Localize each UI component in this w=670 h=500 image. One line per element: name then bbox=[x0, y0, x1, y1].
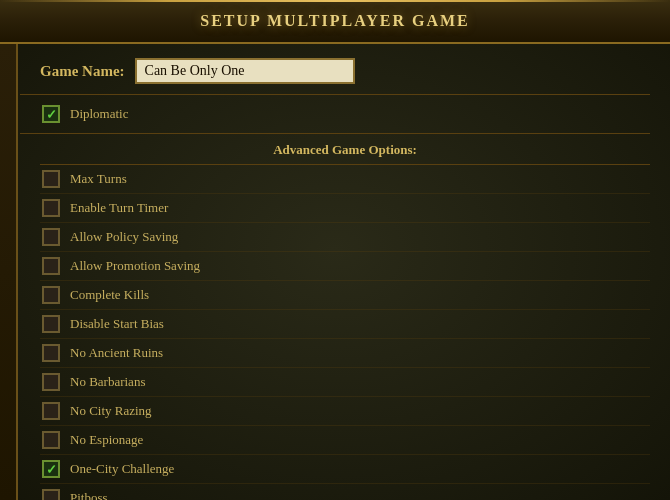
checkbox-pitboss[interactable] bbox=[40, 487, 62, 500]
option-label-complete-kills: Complete Kills bbox=[70, 287, 149, 303]
option-row-no-city-razing[interactable]: No City Razing bbox=[40, 397, 650, 426]
option-row-no-barbarians[interactable]: No Barbarians bbox=[40, 368, 650, 397]
option-row-enable-turn-timer[interactable]: Enable Turn Timer bbox=[40, 194, 650, 223]
checkbox-unchecked-allow-promotion-saving bbox=[42, 257, 60, 275]
checkbox-one-city-challenge[interactable] bbox=[40, 458, 62, 480]
checkbox-unchecked-allow-policy-saving bbox=[42, 228, 60, 246]
option-row-no-ancient-ruins[interactable]: No Ancient Ruins bbox=[40, 339, 650, 368]
option-label-allow-promotion-saving: Allow Promotion Saving bbox=[70, 258, 200, 274]
option-row-one-city-challenge[interactable]: One-City Challenge bbox=[40, 455, 650, 484]
option-row-complete-kills[interactable]: Complete Kills bbox=[40, 281, 650, 310]
game-name-row: Game Name: bbox=[20, 44, 650, 95]
checkbox-unchecked-enable-turn-timer bbox=[42, 199, 60, 217]
advanced-options-header: Advanced Game Options: bbox=[40, 134, 650, 165]
checkbox-unchecked-no-city-razing bbox=[42, 402, 60, 420]
option-label-allow-policy-saving: Allow Policy Saving bbox=[70, 229, 178, 245]
checkbox-enable-turn-timer[interactable] bbox=[40, 197, 62, 219]
option-row-no-espionage[interactable]: No Espionage bbox=[40, 426, 650, 455]
diplomatic-row[interactable]: Diplomatic bbox=[20, 95, 650, 134]
checkbox-allow-policy-saving[interactable] bbox=[40, 226, 62, 248]
checkbox-allow-promotion-saving[interactable] bbox=[40, 255, 62, 277]
main-content: Game Name: Diplomatic Advanced Game Opti… bbox=[0, 44, 670, 500]
checkbox-unchecked-pitboss bbox=[42, 489, 60, 500]
checkbox-unchecked-no-barbarians bbox=[42, 373, 60, 391]
checkbox-unchecked-no-espionage bbox=[42, 431, 60, 449]
checkbox-unchecked-disable-start-bias bbox=[42, 315, 60, 333]
option-label-max-turns: Max Turns bbox=[70, 171, 127, 187]
title-bar: SETUP MULTIPLAYER GAME bbox=[0, 0, 670, 44]
diplomatic-checkbox-checked bbox=[42, 105, 60, 123]
game-name-label: Game Name: bbox=[40, 63, 125, 80]
checkbox-unchecked-no-ancient-ruins bbox=[42, 344, 60, 362]
option-label-one-city-challenge: One-City Challenge bbox=[70, 461, 174, 477]
option-row-disable-start-bias[interactable]: Disable Start Bias bbox=[40, 310, 650, 339]
page-title: SETUP MULTIPLAYER GAME bbox=[200, 12, 470, 30]
option-label-pitboss: Pitboss bbox=[70, 490, 108, 500]
diplomatic-checkbox[interactable] bbox=[40, 103, 62, 125]
option-label-no-city-razing: No City Razing bbox=[70, 403, 152, 419]
checkbox-unchecked-max-turns bbox=[42, 170, 60, 188]
checkbox-no-espionage[interactable] bbox=[40, 429, 62, 451]
option-label-no-ancient-ruins: No Ancient Ruins bbox=[70, 345, 163, 361]
checkbox-no-barbarians[interactable] bbox=[40, 371, 62, 393]
checkbox-max-turns[interactable] bbox=[40, 168, 62, 190]
diplomatic-label: Diplomatic bbox=[70, 106, 129, 122]
checkbox-no-city-razing[interactable] bbox=[40, 400, 62, 422]
checkbox-complete-kills[interactable] bbox=[40, 284, 62, 306]
option-label-no-espionage: No Espionage bbox=[70, 432, 143, 448]
option-row-allow-promotion-saving[interactable]: Allow Promotion Saving bbox=[40, 252, 650, 281]
checkbox-no-ancient-ruins[interactable] bbox=[40, 342, 62, 364]
option-label-no-barbarians: No Barbarians bbox=[70, 374, 145, 390]
checkbox-disable-start-bias[interactable] bbox=[40, 313, 62, 335]
options-list: Max TurnsEnable Turn TimerAllow Policy S… bbox=[40, 165, 650, 500]
game-name-input[interactable] bbox=[135, 58, 355, 84]
option-label-enable-turn-timer: Enable Turn Timer bbox=[70, 200, 168, 216]
checkbox-checked-one-city-challenge bbox=[42, 460, 60, 478]
checkbox-unchecked-complete-kills bbox=[42, 286, 60, 304]
option-row-max-turns[interactable]: Max Turns bbox=[40, 165, 650, 194]
option-row-allow-policy-saving[interactable]: Allow Policy Saving bbox=[40, 223, 650, 252]
option-row-pitboss[interactable]: Pitboss bbox=[40, 484, 650, 500]
option-label-disable-start-bias: Disable Start Bias bbox=[70, 316, 164, 332]
